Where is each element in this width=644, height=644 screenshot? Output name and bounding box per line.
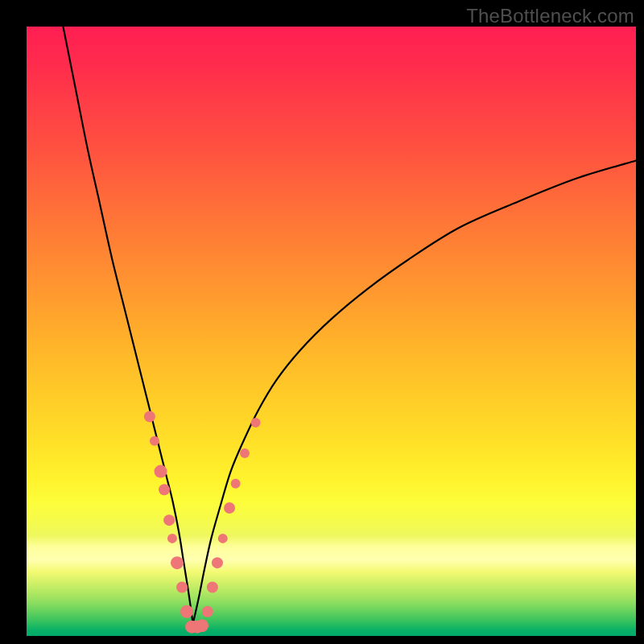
data-point: [224, 502, 235, 514]
data-point: [231, 479, 241, 489]
data-point: [144, 411, 155, 422]
data-point: [155, 465, 167, 478]
data-point: [207, 581, 218, 592]
data-point: [251, 418, 261, 427]
data-point: [212, 557, 223, 568]
right-curve: [193, 161, 636, 624]
data-point: [180, 605, 193, 618]
data-point: [167, 534, 177, 543]
chart-frame: TheBottleneck.com: [0, 0, 644, 644]
data-point: [159, 484, 170, 495]
data-point: [202, 606, 213, 617]
plot-area: [27, 27, 636, 636]
data-point: [163, 514, 175, 526]
data-point: [218, 534, 228, 543]
data-point: [171, 556, 184, 569]
data-point: [240, 448, 250, 458]
data-point: [150, 436, 159, 446]
scatter-overlay: [144, 411, 261, 633]
data-point: [176, 581, 188, 592]
watermark-text: TheBottleneck.com: [466, 5, 634, 27]
chart-svg: [27, 27, 636, 636]
data-point: [196, 619, 208, 632]
